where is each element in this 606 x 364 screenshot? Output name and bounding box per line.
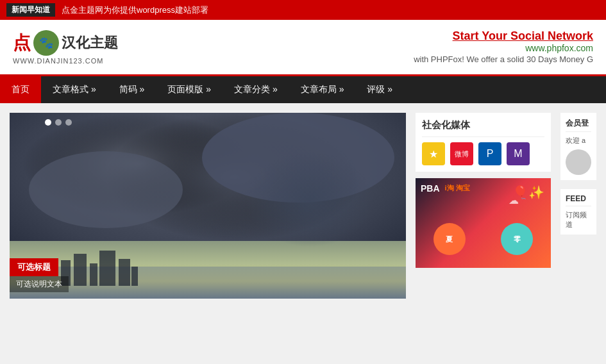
promo-text: 点金主题网为你提供wordpress建站部署 xyxy=(62,4,208,16)
member-welcome: 欢迎 a xyxy=(566,136,591,145)
ad-banner[interactable]: PBA i淘 淘宝 🎈✨ ☁ 夏 零 xyxy=(416,178,551,268)
ad-pba-text: PBA xyxy=(421,183,440,194)
feed-section: FEED 订阅频道 xyxy=(560,189,596,235)
sidebar-right: 会员登 欢迎 a FEED 订阅频道 xyxy=(560,113,596,299)
slider-image xyxy=(10,113,406,299)
svg-point-3 xyxy=(29,151,183,228)
ad-circle-summer: 夏 xyxy=(433,223,466,255)
nav-item-shortcode[interactable]: 简码 » xyxy=(108,76,156,103)
header-description: with PHPFox! We offer a solid 30 Days Mo… xyxy=(414,54,593,64)
main-area: 可选标题 可选说明文本 社会化媒体 ★ 微博 P M PBA i淘 淘宝 🎈✨ … xyxy=(0,103,606,308)
nav-item-home[interactable]: 首页 xyxy=(0,76,41,103)
social-network-link[interactable]: Start Your Social Network xyxy=(414,29,593,43)
ad-header: PBA i淘 淘宝 xyxy=(421,183,470,194)
nav-item-page-template[interactable]: 页面模版 » xyxy=(156,76,223,103)
member-title: 会员登 xyxy=(566,118,591,132)
slider-caption: 可选标题 xyxy=(10,258,58,276)
feed-title: FEED xyxy=(566,194,591,206)
svg-rect-10 xyxy=(99,251,115,286)
ad-decoration: 夏 零 xyxy=(416,223,551,255)
right-area: 社会化媒体 ★ 微博 P M PBA i淘 淘宝 🎈✨ ☁ 夏 零 xyxy=(416,113,551,299)
nav-item-article-format[interactable]: 文章格式 » xyxy=(41,76,108,103)
ad-cloud: ☁ xyxy=(509,194,519,206)
logo-url: WWW.DIANJIN123.COM xyxy=(13,57,103,65)
ad-taobao-text: i淘 淘宝 xyxy=(445,183,470,193)
svg-rect-9 xyxy=(90,263,97,286)
dot-1[interactable] xyxy=(45,119,51,126)
member-avatar xyxy=(566,149,591,175)
top-bar: 新闻早知道 点金主题网为你提供wordpress建站部署 xyxy=(0,0,606,20)
social-icon-weibo[interactable]: 微博 xyxy=(450,142,473,165)
social-icon-mop[interactable]: M xyxy=(507,142,530,165)
nav-item-category[interactable]: 文章分类 » xyxy=(223,76,289,103)
nav-item-layout[interactable]: 文章布局 » xyxy=(289,76,356,103)
social-icons-row: ★ 微博 P M xyxy=(422,142,544,165)
logo-main: 点 🐾 汉化主题 xyxy=(13,30,118,56)
news-label: 新闻早知道 xyxy=(6,3,55,17)
logo-paw-icon: 🐾 xyxy=(33,30,59,56)
svg-rect-8 xyxy=(74,254,87,286)
dot-3[interactable] xyxy=(65,119,72,126)
header-right: Start Your Social Network www.phpfox.com… xyxy=(414,29,593,65)
slider-area: 可选标题 可选说明文本 xyxy=(10,113,406,299)
slider-dots xyxy=(45,119,72,126)
logo-hanhua: 汉化主题 xyxy=(62,33,118,53)
svg-rect-11 xyxy=(119,259,130,286)
dot-2[interactable] xyxy=(55,119,62,126)
social-media-section: 社会化媒体 ★ 微博 P M xyxy=(416,113,551,172)
social-icon-renren[interactable]: P xyxy=(478,142,501,165)
svg-point-4 xyxy=(202,113,394,203)
ad-circle-zero: 零 xyxy=(501,223,533,255)
nav-bar: 首页 文章格式 » 简码 » 页面模版 » 文章分类 » 文章布局 » 评级 » xyxy=(0,76,606,103)
social-title: 社会化媒体 xyxy=(422,119,544,137)
header: 点 🐾 汉化主题 WWW.DIANJIN123.COM Start Your S… xyxy=(0,20,606,76)
svg-rect-12 xyxy=(131,267,138,286)
logo-dian: 点 xyxy=(13,31,31,55)
nav-item-rating[interactable]: 评级 » xyxy=(355,76,404,103)
phpfox-url: www.phpfox.com xyxy=(414,43,593,53)
logo-area: 点 🐾 汉化主题 WWW.DIANJIN123.COM xyxy=(13,30,118,65)
feed-text: 订阅频道 xyxy=(566,210,591,229)
slider-caption2: 可选说明文本 xyxy=(10,276,69,292)
member-section: 会员登 欢迎 a xyxy=(560,113,596,180)
social-icon-star[interactable]: ★ xyxy=(422,142,445,165)
